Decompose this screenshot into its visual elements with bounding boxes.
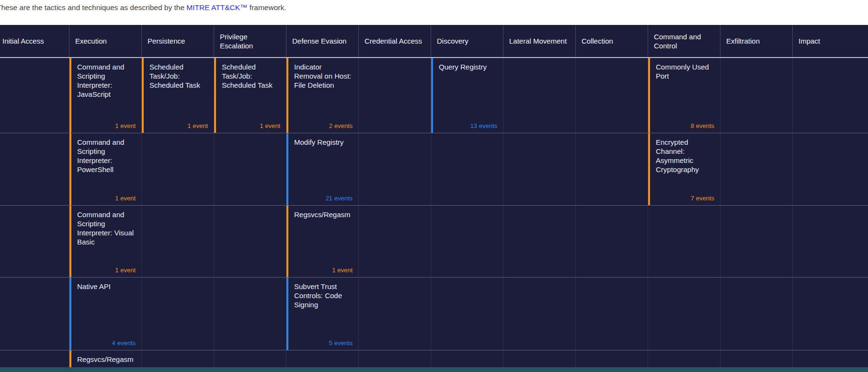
- technique-cell[interactable]: Command and Scripting Interpreter: JavaS…: [69, 58, 142, 133]
- mitre-attack-link[interactable]: MITRE ATT&CK™: [186, 3, 247, 12]
- empty-cell: [576, 58, 648, 133]
- matrix-body: Command and Scripting Interpreter: JavaS…: [0, 58, 868, 372]
- technique-cell[interactable]: Modify Registry21 events: [286, 133, 359, 205]
- technique-name: Regsvcs/Regasm: [288, 206, 358, 219]
- column-header-defense-evasion: Defense Evasion: [286, 25, 359, 57]
- column-header-privilege-escalation: Privilege Escalation: [214, 25, 286, 57]
- event-count: 21 events: [326, 195, 353, 202]
- empty-cell: [648, 278, 720, 350]
- technique-cell[interactable]: Query Registry13 events: [431, 58, 503, 133]
- empty-cell: [793, 278, 868, 350]
- technique-name: Command and Scripting Interpreter: Power…: [71, 133, 141, 174]
- empty-cell: [431, 206, 503, 277]
- empty-cell: [720, 133, 793, 205]
- event-count: 7 events: [691, 195, 714, 202]
- event-count: 1 event: [187, 122, 208, 129]
- technique-cell[interactable]: Command and Scripting Interpreter: Visua…: [69, 206, 142, 277]
- empty-cell: [720, 206, 793, 277]
- empty-cell: [648, 206, 720, 277]
- technique-name: Modify Registry: [288, 133, 358, 147]
- event-count: 1 event: [260, 122, 280, 129]
- technique-name: Scheduled Task/Job: Scheduled Task: [216, 58, 286, 90]
- column-header-exfiltration: Exfiltration: [720, 25, 793, 57]
- empty-cell: [359, 278, 431, 350]
- empty-cell: [503, 58, 576, 133]
- event-count: 5 events: [329, 339, 353, 347]
- technique-cell[interactable]: Subvert Trust Controls: Code Signing5 ev…: [286, 278, 359, 350]
- event-count: 1 event: [332, 267, 353, 274]
- attack-matrix: Initial AccessExecutionPersistencePrivil…: [0, 25, 868, 372]
- empty-cell: [793, 58, 868, 133]
- technique-name: Encrypted Channel: Asymmetric Cryptograp…: [650, 133, 720, 174]
- event-count: 1 event: [115, 195, 136, 202]
- column-header-lateral-movement: Lateral Movement: [503, 25, 576, 57]
- intro-text-before: These are the tactics and techniques as …: [0, 3, 186, 12]
- technique-name: Query Registry: [433, 58, 503, 71]
- technique-cell[interactable]: Scheduled Task/Job: Scheduled Task1 even…: [214, 58, 286, 133]
- empty-cell: [793, 206, 868, 277]
- empty-cell: [214, 278, 286, 350]
- matrix-row: Native API4 eventsSubvert Trust Controls…: [0, 278, 868, 350]
- column-header-impact: Impact: [793, 25, 868, 57]
- column-header-execution: Execution: [69, 25, 142, 57]
- column-header-command-and-control: Command and Control: [648, 25, 720, 57]
- empty-cell: [0, 278, 69, 350]
- column-header-credential-access: Credential Access: [359, 25, 431, 57]
- empty-cell: [214, 206, 286, 277]
- technique-name: Scheduled Task/Job: Scheduled Task: [144, 58, 214, 90]
- empty-cell: [359, 133, 431, 205]
- matrix-row: Command and Scripting Interpreter: Visua…: [0, 206, 868, 278]
- empty-cell: [431, 278, 503, 350]
- matrix-row: Command and Scripting Interpreter: JavaS…: [0, 58, 868, 133]
- event-count: 1 event: [115, 267, 136, 274]
- empty-cell: [503, 278, 576, 350]
- technique-name: Command and Scripting Interpreter: Visua…: [71, 206, 141, 246]
- empty-cell: [576, 133, 648, 205]
- technique-cell[interactable]: Commonly Used Port8 events: [648, 58, 720, 133]
- event-count: 1 event: [115, 122, 136, 129]
- empty-cell: [0, 58, 69, 133]
- event-count: 8 events: [691, 122, 714, 129]
- empty-cell: [720, 58, 793, 133]
- empty-cell: [142, 133, 214, 205]
- empty-cell: [503, 206, 576, 277]
- empty-cell: [142, 278, 214, 350]
- technique-name: Indicator Removal on Host: File Deletion: [288, 58, 358, 90]
- technique-cell[interactable]: Scheduled Task/Job: Scheduled Task1 even…: [142, 58, 214, 133]
- technique-name: Commonly Used Port: [650, 58, 720, 81]
- empty-cell: [359, 58, 431, 133]
- empty-cell: [576, 206, 648, 277]
- event-count: 4 events: [112, 339, 136, 347]
- empty-cell: [720, 278, 793, 350]
- matrix-row: Command and Scripting Interpreter: Power…: [0, 133, 868, 206]
- empty-cell: [359, 206, 431, 277]
- empty-cell: [214, 133, 286, 205]
- empty-cell: [142, 206, 214, 277]
- event-count: 13 events: [470, 122, 497, 129]
- technique-cell[interactable]: Command and Scripting Interpreter: Power…: [69, 133, 142, 205]
- empty-cell: [0, 133, 69, 205]
- horizontal-scrollbar-track[interactable]: [0, 367, 868, 372]
- technique-name: Subvert Trust Controls: Code Signing: [288, 278, 358, 309]
- empty-cell: [431, 133, 503, 205]
- empty-cell: [793, 133, 868, 205]
- technique-cell[interactable]: Encrypted Channel: Asymmetric Cryptograp…: [648, 133, 720, 205]
- column-header-persistence: Persistence: [142, 25, 214, 57]
- technique-cell[interactable]: Regsvcs/Regasm1 event: [286, 206, 359, 277]
- column-header-collection: Collection: [576, 25, 648, 57]
- matrix-header-row: Initial AccessExecutionPersistencePrivil…: [0, 25, 868, 58]
- technique-name: Native API: [71, 278, 141, 291]
- technique-name: Regsvcs/Regasm: [71, 350, 141, 364]
- technique-cell[interactable]: Indicator Removal on Host: File Deletion…: [286, 58, 359, 133]
- empty-cell: [0, 206, 69, 277]
- intro-text-after: framework.: [248, 3, 286, 12]
- technique-cell[interactable]: Native API4 events: [69, 278, 142, 350]
- empty-cell: [576, 278, 648, 350]
- intro-note: These are the tactics and techniques as …: [0, 0, 868, 28]
- technique-name: Command and Scripting Interpreter: JavaS…: [71, 58, 141, 99]
- event-count: 2 events: [329, 122, 353, 129]
- column-header-initial-access: Initial Access: [0, 25, 69, 57]
- column-header-discovery: Discovery: [431, 25, 503, 57]
- empty-cell: [503, 133, 576, 205]
